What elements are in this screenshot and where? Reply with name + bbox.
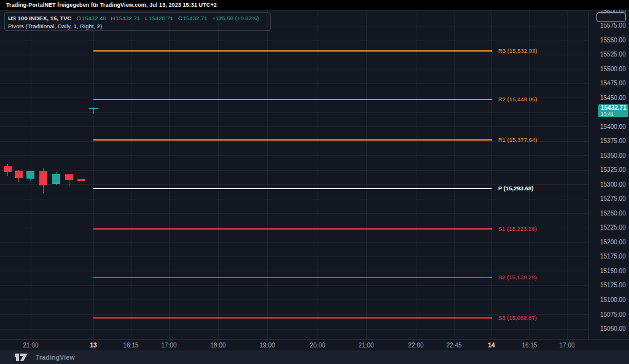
v-gridline (454, 10, 455, 339)
price-axis-label: 15500.00 (600, 66, 626, 73)
h-gridline (0, 170, 588, 171)
time-axis-label: 18:00 (203, 342, 233, 349)
pivot-line-R2[interactable] (93, 99, 492, 100)
pivot-label-R2: R2 (15,448.06) (498, 96, 537, 103)
legend-symbol-row: US 100 INDEX, 15, TVC O15432.48 H15432.7… (8, 14, 270, 22)
h-gridline (0, 55, 588, 55)
footer-bar: TradingView (0, 350, 629, 364)
pivot-line-S3[interactable] (93, 317, 492, 319)
price-axis-label: 15125.00 (600, 282, 626, 289)
candlestick (89, 108, 98, 109)
ohlc-letter: H (111, 15, 115, 21)
v-gridline (318, 10, 318, 339)
pivot-label-R1: R1 (15,377.64) (498, 136, 537, 143)
pivot-line-R3[interactable] (93, 50, 492, 52)
h-gridline (0, 199, 588, 199)
ohlc-open: O15432.48 (76, 15, 106, 21)
price-axis-label: 15450.00 (600, 95, 626, 102)
tradingview-chart-window: R3 (15,532.03)R2 (15,448.06)R1 (15,377.6… (0, 0, 629, 364)
tradingview-brand-text[interactable]: TradingView (36, 354, 75, 361)
v-gridline (93, 10, 94, 339)
price-axis-label: 15475.00 (600, 80, 626, 87)
price-axis-label: 15350.00 (600, 152, 626, 160)
time-axis-label: 14 (477, 342, 506, 349)
time-axis-label: 16:15 (116, 342, 146, 349)
price-axis-label: 15100.00 (600, 296, 626, 304)
time-axis-label: 22:45 (439, 342, 469, 349)
tradingview-logo-icon[interactable] (14, 353, 31, 362)
pivot-label-P: P (15,293.68) (498, 185, 533, 192)
price-axis-label: 15250.00 (600, 210, 626, 217)
pivot-label-S2: S2 (15,139.29) (498, 274, 537, 281)
price-axis-label: 15525.00 (600, 51, 626, 58)
candlestick (39, 171, 47, 185)
v-gridline (267, 10, 268, 339)
price-axis-label: 15400.00 (600, 123, 626, 131)
price-axis-label: 15550.00 (600, 37, 626, 44)
pivot-line-S2[interactable] (93, 277, 492, 278)
time-axis-label: 20:00 (303, 342, 332, 349)
h-gridline (0, 257, 588, 257)
v-gridline (491, 10, 492, 339)
time-axis-label: 13 (79, 342, 108, 349)
price-axis-label: 15150.00 (600, 268, 626, 275)
last-price-time: 13:41 (601, 111, 628, 117)
candlestick (52, 174, 60, 185)
h-gridline (0, 329, 588, 330)
price-axis-label: 15300.00 (600, 181, 626, 188)
price-axis-label: 15575.00 (600, 22, 626, 29)
candlestick (15, 171, 23, 178)
ohlc-value: 15432.71 (115, 15, 140, 21)
pivot-line-P[interactable] (93, 188, 492, 189)
price-axis-label: 15050.00 (600, 325, 626, 333)
price-axis[interactable] (588, 10, 629, 339)
price-axis-label: 15325.00 (600, 166, 626, 174)
pivot-label-S3: S3 (15,068.87) (498, 314, 537, 321)
v-gridline (218, 10, 219, 339)
pivot-label-R3: R3 (15,532.03) (498, 47, 537, 54)
pivot-line-S1[interactable] (93, 228, 492, 230)
candlestick (65, 174, 73, 180)
pivot-line-R1[interactable] (93, 139, 492, 141)
change-value: +125.50 (+0.82%) (212, 15, 259, 21)
price-axis-label: 15225.00 (600, 224, 626, 231)
h-gridline (0, 155, 588, 156)
h-gridline (0, 112, 588, 113)
legend[interactable]: US 100 INDEX, 15, TVC O15432.48 H15432.7… (4, 12, 271, 31)
ohlc-letter: O (76, 15, 80, 21)
ohlc-close: C15432.71 (178, 15, 208, 21)
time-axis-label: 17:00 (552, 342, 582, 349)
price-axis-label: 15200.00 (600, 239, 626, 246)
price-axis-label: 15175.00 (600, 253, 626, 260)
h-gridline (0, 271, 588, 271)
ohlc-value: 15432.71 (183, 15, 208, 21)
time-axis-label: 21:00 (351, 342, 381, 349)
ohlc-low: L15420.71 (145, 15, 173, 21)
candlestick (77, 179, 85, 181)
indicator-title[interactable]: Pivots (Traditional, Daily, 1, Right, 2) (8, 23, 270, 29)
price-axis-label: 15275.00 (600, 195, 626, 203)
h-gridline (0, 126, 588, 127)
v-gridline (529, 10, 530, 339)
h-gridline (0, 69, 588, 69)
time-axis-label: 16:15 (515, 342, 544, 349)
attribution-text: Trading-PortalNET freigegeben für Tradin… (6, 2, 217, 8)
ohlc-value: 15432.48 (82, 15, 106, 21)
ohlc-letter: C (178, 15, 182, 21)
price-scale-empty-label-box (596, 12, 626, 22)
ohlc-high: H15432.71 (111, 15, 141, 21)
last-price-value: 15432.71 (601, 105, 628, 111)
pivot-label-S1: S1 (15,223.26) (498, 225, 537, 232)
h-gridline (0, 40, 588, 41)
h-gridline (0, 213, 588, 214)
time-axis-label: 17:00 (154, 342, 184, 349)
price-axis-label: 15375.00 (600, 137, 626, 145)
v-gridline (567, 10, 568, 339)
attribution-bar: Trading-PortalNET freigegeben für Tradin… (0, 0, 629, 10)
symbol-title[interactable]: US 100 INDEX, 15, TVC (8, 15, 71, 21)
time-axis-label: 19:00 (252, 342, 282, 349)
v-gridline (416, 10, 416, 339)
candlestick (4, 166, 12, 172)
price-axis-label: 15075.00 (600, 311, 626, 319)
candlestick (26, 171, 34, 179)
